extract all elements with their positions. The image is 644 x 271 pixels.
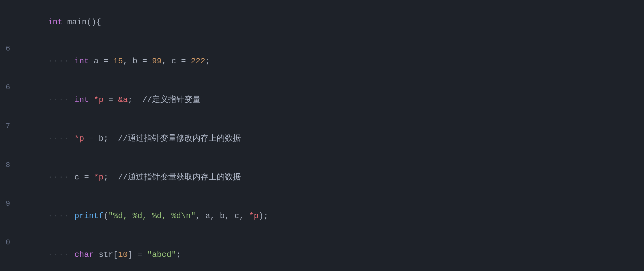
comment-zh: //定义指针变量 xyxy=(142,95,201,104)
line-content: ···· int *p = &a; //定义指针变量 xyxy=(16,81,644,118)
code-text xyxy=(108,57,113,66)
keyword-int: int xyxy=(74,95,89,104)
code-text xyxy=(70,95,74,104)
code-text: a xyxy=(89,57,103,66)
line-content: ···· printf("%d, %d, %d, %d\n", a, b, c,… xyxy=(16,197,644,235)
keyword-int: int xyxy=(74,57,89,66)
code-text: ; xyxy=(176,250,181,259)
code-text: , b xyxy=(123,57,142,66)
code-text: b; xyxy=(94,134,118,143)
var-ptr: *p xyxy=(94,95,104,104)
line-number: 8 xyxy=(0,159,16,171)
code-text xyxy=(113,95,118,104)
keyword-char: char xyxy=(74,250,94,259)
line-content: ···· char str[10] = "abcd"; xyxy=(16,236,644,271)
var-ptr: *p xyxy=(249,211,259,220)
code-line-8: 8 ···· c = *p; //通过指针变量获取内存上的数据 xyxy=(0,158,644,197)
code-text: , c xyxy=(162,57,181,66)
line-number: 7 xyxy=(0,120,16,132)
code-text: ( xyxy=(104,211,108,220)
var-ptr: *p xyxy=(94,173,104,182)
comment-zh: //通过指针变量修改内存上的数据 xyxy=(118,134,241,143)
code-text xyxy=(147,57,152,66)
code-editor: int main(){ 6 ···· int a = 15, b = 99, c… xyxy=(0,0,644,271)
code-text xyxy=(89,95,94,104)
code-text xyxy=(70,57,74,66)
code-line-6b: 6 ···· int *p = &a; //定义指针变量 xyxy=(0,80,644,119)
number-10: 10 xyxy=(118,250,128,259)
string-literal: "abcd" xyxy=(147,250,176,259)
code-line-6a: 6 ···· int a = 15, b = 99, c = 222; xyxy=(0,42,644,80)
code-text xyxy=(104,95,108,104)
code-text: c xyxy=(70,173,84,182)
code-text: ] xyxy=(128,250,138,259)
var-addr: &a xyxy=(118,95,128,104)
line-content: int main(){ xyxy=(16,3,644,41)
operator: = xyxy=(137,250,142,259)
code-text: , a, b, c, xyxy=(196,211,249,220)
line-number: 6 xyxy=(0,43,16,54)
code-text xyxy=(142,250,147,259)
line-content: ···· int a = 15, b = 99, c = 222; xyxy=(16,42,644,80)
code-text xyxy=(84,134,89,143)
operator: = xyxy=(108,95,113,104)
operator: = xyxy=(84,173,89,182)
indent-dots: ···· xyxy=(48,134,70,143)
code-line-10: 0 ···· char str[10] = "abcd"; xyxy=(0,235,644,271)
code-text xyxy=(70,134,74,143)
code-text xyxy=(70,250,74,259)
code-text: ; xyxy=(104,173,118,182)
comment-zh: //通过指针变量获取内存上的数据 xyxy=(118,173,241,182)
indent-dots: ···· xyxy=(48,95,70,104)
indent-dots: ···· xyxy=(48,57,70,66)
operator: = xyxy=(104,57,108,66)
code-text: ); xyxy=(259,211,268,220)
line-number: 0 xyxy=(0,237,16,248)
func-printf: printf xyxy=(74,211,104,220)
operator: = xyxy=(89,134,94,143)
var-ptr: *p xyxy=(74,134,84,143)
operator: = xyxy=(181,57,186,66)
indent-dots: ···· xyxy=(48,250,70,259)
code-text xyxy=(186,57,191,66)
keyword-int: int xyxy=(48,18,62,27)
number-15: 15 xyxy=(113,57,123,66)
operator: = xyxy=(142,57,147,66)
string-literal: "%d, %d, %d, %d\n" xyxy=(108,211,196,220)
line-number: 6 xyxy=(0,81,16,93)
code-text: ; xyxy=(128,95,142,104)
code-line-7: 7 ···· *p = b; //通过指针变量修改内存上的数据 xyxy=(0,119,644,158)
code-text: ; xyxy=(205,57,210,66)
code-text: str[ xyxy=(94,250,118,259)
code-line-main: int main(){ xyxy=(0,3,644,42)
line-content: ···· c = *p; //通过指针变量获取内存上的数据 xyxy=(16,159,644,196)
line-number: 9 xyxy=(0,198,16,209)
number-99: 99 xyxy=(152,57,162,66)
code-text xyxy=(70,211,74,220)
code-text xyxy=(89,173,94,182)
code-line-9: 9 ···· printf("%d, %d, %d, %d\n", a, b, … xyxy=(0,197,644,235)
indent-dots: ···· xyxy=(48,173,70,182)
indent-dots: ···· xyxy=(48,211,70,220)
number-222: 222 xyxy=(191,57,205,66)
line-content: ···· *p = b; //通过指针变量修改内存上的数据 xyxy=(16,120,644,157)
code-text: main(){ xyxy=(62,18,101,27)
